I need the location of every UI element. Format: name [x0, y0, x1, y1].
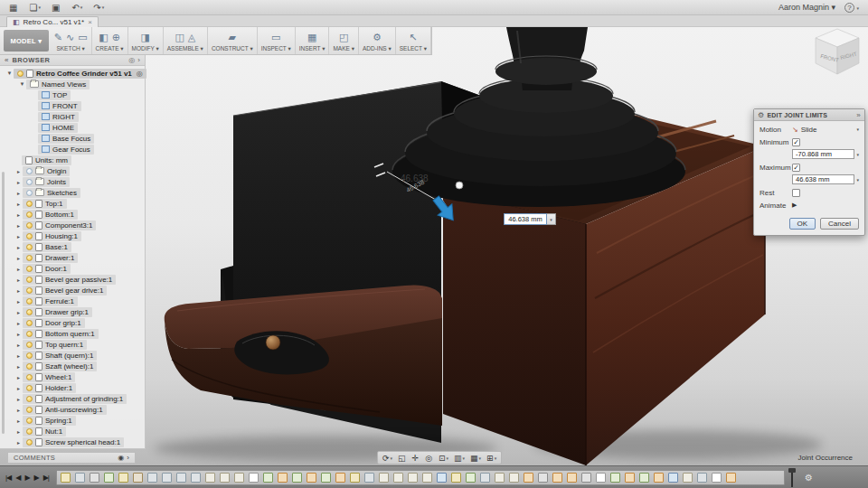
go-to-end-icon[interactable]: ▶| — [43, 474, 49, 482]
visibility-bulb-icon[interactable] — [26, 309, 33, 315]
tree-component-item[interactable]: ▸ Bevel gear drive:1 — [0, 285, 145, 296]
timeline-feature-icon[interactable] — [437, 473, 447, 483]
tree-component-item[interactable]: ▸ Shaft (quern):1 — [0, 350, 145, 361]
pan-icon[interactable]: ✛ — [412, 454, 420, 463]
timeline-feature-icon[interactable] — [451, 473, 461, 483]
toolbar-group-label[interactable]: SELECT ▾ — [400, 45, 427, 52]
toolbar-group-label[interactable]: MAKE ▾ — [333, 45, 354, 52]
tree-folder-item[interactable]: ▸ Joints — [0, 176, 145, 187]
timeline-feature-icon[interactable] — [495, 473, 505, 483]
maximum-dropdown-icon[interactable]: ▾ — [856, 177, 859, 183]
tree-component-item[interactable]: ▸ Drawer grip:1 — [0, 306, 145, 317]
visibility-bulb-icon[interactable] — [26, 342, 33, 348]
toolbar-group-label[interactable]: ADD-INS ▾ — [363, 45, 392, 52]
tree-named-views[interactable]: ▼ Named Views — [0, 79, 145, 89]
browser-filter-icon[interactable]: ◎ — [128, 56, 135, 64]
timeline-feature-icon[interactable] — [726, 473, 736, 483]
play-icon[interactable]: ▶ — [34, 474, 39, 482]
help-menu[interactable]: ? ▾ — [844, 3, 859, 13]
tool-icon[interactable]: ▭ — [78, 32, 87, 43]
dialog-chevrons-icon[interactable]: » — [856, 111, 861, 119]
expand-arrow-icon[interactable]: ▸ — [14, 255, 23, 261]
visibility-bulb-icon[interactable] — [26, 201, 33, 207]
tree-component-item[interactable]: ▸ Adjustment of grinding:1 — [0, 393, 145, 404]
toolbar-group-label[interactable]: INSPECT ▾ — [261, 45, 291, 52]
timeline-feature-strip[interactable] — [56, 470, 785, 485]
timeline-feature-icon[interactable] — [408, 473, 418, 483]
timeline-feature-icon[interactable] — [654, 473, 664, 483]
timeline-feature-icon[interactable] — [683, 473, 693, 483]
timeline-feature-icon[interactable] — [625, 473, 635, 483]
tool-icon[interactable]: ▦ — [307, 32, 316, 43]
expand-arrow-icon[interactable]: ▸ — [14, 407, 23, 413]
expand-arrow-icon[interactable]: ▸ — [14, 233, 23, 239]
tool-icon[interactable]: ▭ — [271, 32, 280, 43]
zoom-icon[interactable]: ◎ — [425, 454, 433, 463]
visibility-bulb-icon[interactable] — [26, 396, 33, 402]
toolbar-group[interactable]: ✎∿▭ SKETCH ▾ — [51, 27, 92, 54]
visibility-bulb-icon[interactable] — [26, 320, 33, 326]
visibility-bulb-icon[interactable] — [26, 266, 33, 272]
timeline-settings-gear-icon[interactable]: ⚙ — [805, 473, 813, 483]
visibility-bulb-icon[interactable] — [26, 190, 33, 196]
tool-icon[interactable]: ↖ — [409, 32, 417, 43]
timeline-feature-icon[interactable] — [321, 473, 331, 483]
tree-component-item[interactable]: ▸ Wheel:1 — [0, 371, 145, 382]
cancel-button[interactable]: Cancel — [820, 218, 859, 230]
save-icon[interactable]: ▣ — [52, 3, 61, 13]
visibility-bulb-icon[interactable] — [26, 439, 33, 446]
activate-radio-icon[interactable]: ◎ — [137, 70, 143, 78]
visibility-bulb-icon[interactable] — [26, 331, 33, 337]
timeline-feature-icon[interactable] — [524, 473, 533, 483]
timeline-feature-icon[interactable] — [75, 473, 85, 483]
timeline-feature-icon[interactable] — [639, 473, 649, 483]
tree-component-item[interactable]: ▸ Ferrule:1 — [0, 296, 145, 306]
timeline-feature-icon[interactable] — [104, 473, 114, 483]
tree-component-item[interactable]: ▸ Anti-unscrewing:1 — [0, 404, 145, 415]
timeline-feature-icon[interactable] — [596, 473, 606, 483]
timeline-feature-icon[interactable] — [393, 473, 403, 483]
expand-arrow-icon[interactable]: ▸ — [14, 277, 23, 283]
dimension-value-input[interactable]: 46.638 mm — [504, 213, 547, 225]
toolbar-group-label[interactable]: SKETCH ▾ — [56, 45, 84, 52]
visibility-bulb-icon[interactable] — [26, 244, 33, 250]
grid-layout-icon[interactable]: ▦▾ — [470, 454, 481, 463]
step-back-icon[interactable]: ◀ — [15, 474, 20, 482]
timeline-feature-icon[interactable] — [307, 473, 316, 483]
user-menu[interactable]: Aaron Magnin ▾ — [778, 3, 835, 12]
expand-arrow-icon[interactable]: ▸ — [14, 201, 23, 207]
tool-icon[interactable]: ◫ — [175, 32, 184, 43]
visibility-bulb-icon[interactable] — [26, 418, 33, 424]
timeline-feature-icon[interactable] — [249, 473, 259, 483]
expand-arrow-icon[interactable]: ▼ — [5, 70, 14, 76]
toolbar-group[interactable]: ◫◬ ASSEMBLE ▾ — [164, 27, 208, 54]
visibility-bulb-icon[interactable] — [26, 298, 33, 305]
visibility-bulb-icon[interactable] — [26, 287, 33, 294]
toolbar-group[interactable]: ▦ INSERT ▾ — [296, 27, 330, 54]
timeline-feature-icon[interactable] — [191, 473, 201, 483]
timeline-feature-icon[interactable] — [278, 473, 288, 483]
toolbar-group-label[interactable]: MODIFY ▾ — [132, 45, 159, 52]
dimension-dropdown-icon[interactable]: ▾ — [547, 213, 556, 225]
viewports-icon[interactable]: ⊞▾ — [486, 454, 496, 463]
display-settings-icon[interactable]: ▥▾ — [454, 454, 465, 463]
toolbar-group-label[interactable]: ASSEMBLE ▾ — [167, 45, 203, 52]
visibility-bulb-icon[interactable] — [26, 277, 33, 283]
expand-arrow-icon[interactable]: ▸ — [14, 428, 23, 435]
tool-icon[interactable]: ◬ — [188, 32, 195, 43]
tool-icon[interactable]: ∿ — [66, 32, 74, 43]
undo-icon[interactable]: ↶▾ — [71, 3, 82, 13]
document-tab[interactable]: ◧ Retro Co... v51 v1* × — [6, 16, 99, 27]
comments-bar[interactable]: COMMENTS ◉› — [7, 452, 136, 464]
visibility-bulb-icon[interactable] — [26, 363, 33, 370]
rest-checkbox[interactable] — [792, 189, 800, 197]
timeline-feature-icon[interactable] — [335, 473, 345, 483]
visibility-bulb-icon[interactable] — [26, 222, 33, 229]
timeline-feature-icon[interactable] — [220, 473, 230, 483]
expand-arrow-icon[interactable]: ▼ — [18, 81, 26, 87]
dialog-header[interactable]: ⚙ EDIT JOINT LIMITS » — [754, 109, 864, 121]
expand-arrow-icon[interactable]: ▸ — [14, 298, 23, 305]
timeline-feature-icon[interactable] — [162, 473, 172, 483]
timeline-feature-icon[interactable] — [581, 473, 591, 483]
tool-icon[interactable]: ✎ — [54, 32, 62, 43]
